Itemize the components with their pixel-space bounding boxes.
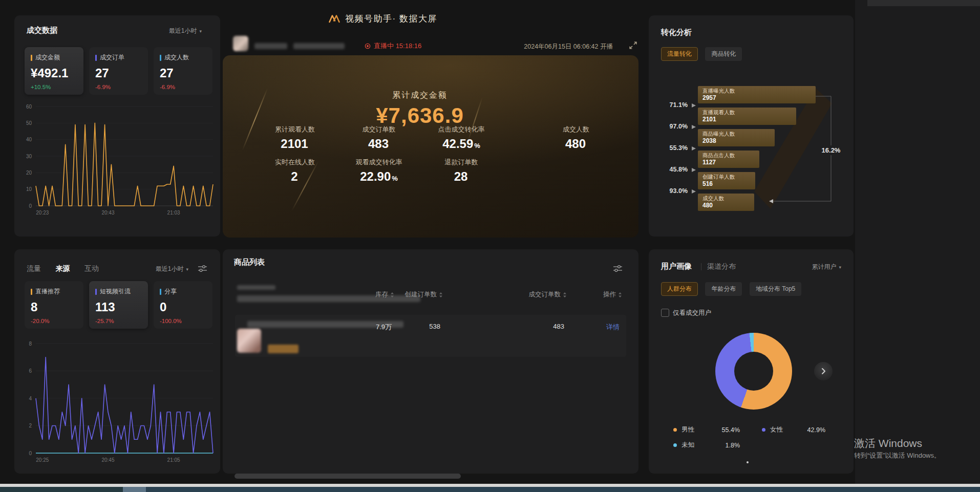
svg-text:20: 20 [26,170,32,176]
sort-icon [439,292,443,298]
live-summary-panel: 累计成交金额 ¥7,636.9 累计观看人数 2101 成交订单数 483 点击… [223,55,638,238]
taskbar-scroll-thumb[interactable] [123,487,146,492]
traffic-card-short-video[interactable]: 短视频引流 113 -25.7% [89,281,148,329]
tab-source[interactable]: 来源 [55,264,70,272]
tab-age-distribution[interactable]: 年龄分布 [705,282,742,296]
hero-label: 累计成交金额 [223,90,617,101]
conversion-panel-title: 转化分析 [661,28,692,37]
traffic-card-live-reco[interactable]: 直播推荐 8 -20.0% [25,281,83,329]
funnel-stage: 直播观看人数 2101 [698,108,796,125]
page-header: 视频号助手· 数据大屏 [328,13,437,25]
traffic-filter-button[interactable] [198,265,207,272]
tab-region-distribution[interactable]: 地域分布 Top5 [750,282,801,296]
legend-dot [673,443,677,447]
tab-user-profile[interactable]: 用户画像 [661,262,692,271]
product-thumbnail [237,329,261,353]
funnel-overall-rate: 16.2% [818,145,844,155]
tab-traffic-conversion[interactable]: 流量转化 [661,47,698,61]
svg-text:21:03: 21:03 [167,210,180,216]
user-range-dropdown[interactable]: 累计用户 [812,263,841,271]
svg-text:60: 60 [26,104,32,110]
sliders-icon [613,265,622,272]
next-page-button[interactable] [814,362,833,380]
traffic-trend-chart: 0246820:2520:4521:05 [20,338,216,465]
tab-gender-distribution[interactable]: 人群分布 [661,282,698,296]
avatar [233,36,248,51]
svg-text:2: 2 [29,423,32,429]
svg-text:30: 30 [26,154,32,159]
tab-channel-distribution[interactable]: 渠道分布 [707,262,736,271]
live-status-text: 直播中 15:18:16 [374,41,421,51]
deal-card-buyers[interactable]: 成交人数 27 -6.9% [154,47,212,95]
gender-donut-chart [715,333,792,410]
svg-text:0: 0 [29,451,32,456]
fullscreen-button[interactable] [629,41,637,50]
live-start-time: 2024年06月15日 06:06:42 开播 [524,42,613,51]
tab-traffic[interactable]: 流量 [27,264,41,272]
tab-product-conversion[interactable]: 商品转化 [705,47,742,61]
hero-metric: 成交人数 480 [532,125,620,151]
tab-interaction[interactable]: 互动 [84,264,99,272]
sliders-icon [198,265,207,272]
cell-paid-orders: 483 [509,323,564,330]
svg-text:10: 10 [26,186,32,192]
series-indicator [95,55,97,61]
legend-unknown: 未知 1.8% [673,441,740,450]
deal-panel-title: 成交数据 [27,26,57,35]
detail-link[interactable]: 详情 [584,323,620,332]
top-right-strip [867,0,980,6]
deal-range-dropdown[interactable]: 最近1小时 [169,27,202,35]
hero-metric: 退款订单数 28 [418,158,505,184]
products-panel: 商品列表 库存 创建订单数 成交订单数 操作 [223,249,638,474]
hero-metric: 成交订单数 483 [335,125,422,151]
channels-logo-icon [328,13,341,25]
svg-text:6: 6 [29,368,32,374]
redacted-header-text [237,285,275,290]
live-dot-icon [365,43,371,49]
funnel-stage: 商品曝光人数 2038 [698,129,775,146]
traffic-panel: 流量 来源 互动 最近1小时 直播推荐 8 -20.0% 短视频引流 113 -… [14,249,220,474]
donut-hole [734,352,773,391]
sort-icon [618,292,622,298]
svg-text:8: 8 [29,341,32,347]
products-filter-button[interactable] [613,265,622,272]
cell-stock: 7.9万 [340,323,392,332]
traffic-cards: 直播推荐 8 -20.0% 短视频引流 113 -25.7% 分享 0 -100… [25,281,212,329]
traffic-tabs: 流量 来源 互动 [27,264,111,273]
funnel-stage: 直播曝光人数 2957 [698,86,816,103]
svg-text:20:45: 20:45 [101,457,114,463]
dashboard-screen: 视频号助手· 数据大屏 直播中 15:18:16 2024年06月15日 06:… [0,0,980,492]
series-indicator [95,289,97,295]
funnel-step-rate: 45.8% [656,166,688,173]
funnel-step-rate: 93.0% [656,187,688,195]
col-header-paid-orders[interactable]: 成交订单数 [509,290,567,299]
hero-amount: ¥7,636.9 [223,103,617,128]
windows-watermark-subtitle: 转到“设置”以激活 Windows。 [854,451,941,460]
redacted-product-tag [268,345,299,353]
col-header-created-orders[interactable]: 创建订单数 [387,290,443,299]
deal-card-amount[interactable]: 成交金额 ¥492.1 +10.5% [25,47,83,95]
deal-trend-chart: 010203040506020:2320:4321:03 [20,101,216,218]
horizontal-scrollbar[interactable] [235,474,461,479]
legend-female: 女性 42.9% [762,425,825,434]
redacted-account-id [293,43,345,49]
deal-card-orders[interactable]: 成交订单 27 -6.9% [89,47,148,95]
funnel-step-rate: 55.3% [656,144,688,152]
series-indicator [31,289,32,295]
paid-users-only-label: 仅看成交用户 [673,309,711,317]
col-header-action[interactable]: 操作 [584,290,622,299]
traffic-range-dropdown[interactable]: 最近1小时 [156,265,188,273]
svg-text:20:43: 20:43 [101,210,114,216]
hero-metric: 实时在线人数 2 [251,158,338,184]
traffic-card-share[interactable]: 分享 0 -100.0% [154,281,212,329]
live-status-badge: 直播中 15:18:16 [365,41,421,51]
svg-text:0: 0 [29,203,32,209]
hero-metric: 点击成交转化率 42.59% [418,125,505,151]
sort-icon [563,292,567,298]
carousel-dot[interactable] [747,461,749,463]
paid-users-only-checkbox[interactable] [661,309,669,317]
series-indicator [160,55,161,61]
right-margin [855,0,980,484]
svg-text:4: 4 [29,396,32,401]
windows-watermark-title: 激活 Windows [854,436,922,451]
